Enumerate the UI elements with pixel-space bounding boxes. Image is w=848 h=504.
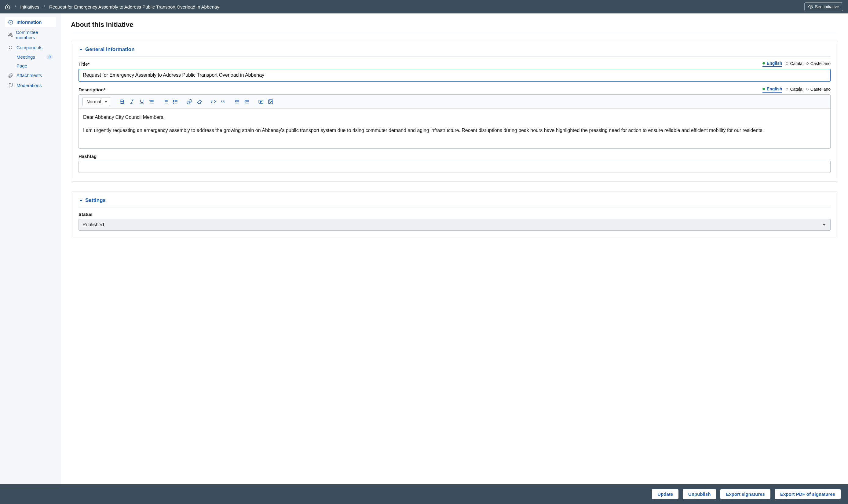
breadcrumb-current: Request for Emergency Assembly to Addres… xyxy=(49,4,219,10)
sidebar-item-information[interactable]: Information xyxy=(5,17,56,27)
title-label: Title* xyxy=(78,61,90,67)
sidebar-item-attachments[interactable]: Attachments xyxy=(5,70,56,80)
lang-dot-empty xyxy=(806,88,809,90)
lang-catala[interactable]: Català xyxy=(786,61,802,67)
svg-point-29 xyxy=(173,101,174,102)
lang-english[interactable]: English xyxy=(762,87,782,93)
breadcrumb-initiatives[interactable]: Initiatives xyxy=(20,4,39,10)
lang-catala[interactable]: Català xyxy=(786,87,802,93)
unordered-list-button[interactable] xyxy=(172,98,179,105)
underline-button[interactable] xyxy=(138,98,145,105)
lang-castellano[interactable]: Castellano xyxy=(806,87,831,93)
users-icon xyxy=(8,32,13,37)
bold-button[interactable] xyxy=(119,98,126,105)
link-button[interactable] xyxy=(186,98,193,105)
lang-english[interactable]: English xyxy=(762,61,782,67)
home-icon[interactable] xyxy=(5,4,11,10)
sidebar-item-committee-members[interactable]: Committee members xyxy=(5,27,56,42)
lang-dot-filled xyxy=(762,62,765,65)
description-lang-tabs: English Català Castellano xyxy=(762,87,831,93)
hashtag-input[interactable] xyxy=(78,161,831,173)
sidebar-item-components[interactable]: Components xyxy=(5,42,56,53)
code-button[interactable] xyxy=(210,98,217,105)
editor-toolbar: Normal xyxy=(79,95,830,109)
breadcrumb: / Initiatives / Request for Emergency As… xyxy=(5,4,219,10)
format-select[interactable]: Normal xyxy=(83,97,110,106)
lang-dot-empty xyxy=(806,62,809,65)
svg-point-1 xyxy=(810,6,811,7)
description-editor: Normal xyxy=(78,94,831,149)
lang-castellano[interactable]: Castellano xyxy=(806,61,831,67)
video-button[interactable] xyxy=(257,98,264,105)
quote-button[interactable] xyxy=(220,98,227,105)
svg-point-30 xyxy=(173,103,174,103)
sidebar-item-page[interactable]: Page xyxy=(5,61,56,70)
breadcrumb-sep: / xyxy=(44,4,45,10)
meetings-count-badge: 0 xyxy=(46,54,53,59)
svg-line-17 xyxy=(131,100,133,104)
chevron-down-icon xyxy=(78,47,84,52)
sidebar: Information Committee members Components… xyxy=(0,14,61,484)
lang-dot-empty xyxy=(786,88,788,90)
ordered-list-button[interactable] xyxy=(162,98,169,105)
chevron-down-icon xyxy=(78,198,84,203)
general-information-header[interactable]: General information xyxy=(78,47,831,56)
sidebar-item-moderations[interactable]: Moderations xyxy=(5,80,56,90)
description-textarea[interactable]: Dear Abbenay City Council Members, I am … xyxy=(79,109,830,148)
outdent-button[interactable] xyxy=(243,98,250,105)
flag-icon xyxy=(8,83,14,88)
components-icon xyxy=(8,45,14,50)
lang-dot-filled xyxy=(762,88,765,90)
main-content: About this initiative General informatio… xyxy=(61,14,848,484)
description-label: Description* xyxy=(78,87,105,92)
see-initiative-button[interactable]: See initiative xyxy=(804,2,843,11)
sidebar-item-meetings[interactable]: Meetings 0 xyxy=(5,53,56,61)
attachment-icon xyxy=(8,73,14,78)
title-input[interactable] xyxy=(78,69,831,82)
title-lang-tabs: English Català Castellano xyxy=(762,61,831,67)
status-select[interactable]: Published xyxy=(78,219,831,231)
status-label: Status xyxy=(78,212,831,217)
eye-icon xyxy=(808,4,813,9)
image-button[interactable] xyxy=(267,98,274,105)
svg-point-0 xyxy=(7,6,8,7)
svg-point-40 xyxy=(269,101,270,101)
strikethrough-button[interactable] xyxy=(148,98,155,105)
erase-button[interactable] xyxy=(196,98,202,105)
settings-card: Settings Status Published xyxy=(71,192,838,238)
indent-button[interactable] xyxy=(234,98,240,105)
breadcrumb-sep: / xyxy=(15,4,16,10)
svg-marker-38 xyxy=(260,101,262,102)
italic-button[interactable] xyxy=(129,98,135,105)
svg-point-5 xyxy=(9,33,11,35)
settings-header[interactable]: Settings xyxy=(78,197,831,208)
page-title: About this initiative xyxy=(71,21,838,33)
svg-point-28 xyxy=(173,100,174,101)
topbar: / Initiatives / Request for Emergency As… xyxy=(0,0,848,14)
hashtag-label: Hashtag xyxy=(78,154,831,159)
lang-dot-empty xyxy=(786,62,788,65)
general-information-card: General information Title* English Catal… xyxy=(71,41,838,182)
info-icon xyxy=(8,20,14,25)
